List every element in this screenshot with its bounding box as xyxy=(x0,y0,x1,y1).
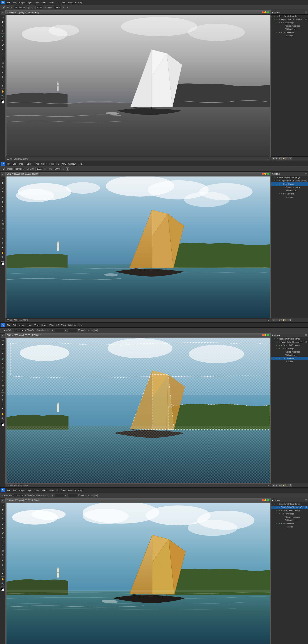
3d-btn-2[interactable]: ⊟ xyxy=(91,329,94,332)
tool-history-3[interactable]: ↩ xyxy=(0,374,5,378)
action-row-reset-2[interactable]: ✓ 👁 ▼ Reset Invert Color Range xyxy=(271,176,308,179)
action-row-colorrange-2[interactable]: ✓ 👁 ▼ Color Range xyxy=(271,182,308,186)
menu-3d-4[interactable]: 3D xyxy=(55,489,60,492)
canvas-scene-2[interactable] xyxy=(6,176,270,318)
stop-btn-2[interactable]: ■ xyxy=(272,319,275,321)
action-row-tonone-4[interactable]: · · To: none xyxy=(271,525,308,528)
record-btn-1[interactable]: ● xyxy=(275,157,278,160)
menu-file-2[interactable]: File xyxy=(6,162,11,165)
tool-quick-select-4[interactable]: ⬡ xyxy=(0,512,5,516)
max-btn-4[interactable] xyxy=(267,499,269,501)
actions-menu-3[interactable]: ☰ xyxy=(305,334,307,336)
canvas-scene-4[interactable] xyxy=(6,503,270,644)
menu-type-2[interactable]: Type xyxy=(33,162,40,165)
play-btn-3[interactable]: ▶ xyxy=(279,484,282,486)
menu-select-2[interactable]: Select xyxy=(40,162,48,165)
flow-input[interactable] xyxy=(54,6,61,10)
tool-path-select-3[interactable]: ▷ xyxy=(0,402,5,406)
action-row-withoutinvert-3[interactable]: · · Without Invert xyxy=(271,354,308,357)
menu-image-2[interactable]: Image xyxy=(18,162,26,165)
arrow-2[interactable]: ▶ xyxy=(268,319,269,321)
close-btn-3[interactable] xyxy=(262,334,264,336)
tool-type-4[interactable]: T xyxy=(0,563,5,567)
menu-window-2[interactable]: Window xyxy=(67,162,77,165)
tool-lasso[interactable]: ⬟ xyxy=(0,20,5,24)
tool-eraser-2[interactable]: ◻ xyxy=(0,218,5,222)
mode-select[interactable]: Normal xyxy=(14,6,25,10)
3d-btn-4-3[interactable]: ⊠ xyxy=(95,494,98,497)
menu-view-4[interactable]: View xyxy=(60,489,67,492)
tool-zoom[interactable]: 🔍 xyxy=(0,94,5,98)
action-row-setsel-4[interactable]: ✓ 👁 ▶ Set Selection xyxy=(271,522,308,525)
menu-3d-2[interactable]: 3D xyxy=(55,162,60,165)
action-row-tonone-3[interactable]: · · To: none xyxy=(271,360,308,363)
tool-clone-3[interactable]: ⊞ xyxy=(0,370,5,374)
y-input-4[interactable] xyxy=(68,494,77,497)
tool-zoom-3[interactable]: 🔍 xyxy=(0,416,5,420)
menu-image-4[interactable]: Image xyxy=(18,489,26,492)
play-btn-1[interactable]: ▶ xyxy=(279,157,282,160)
tool-clone-2[interactable]: ⊞ xyxy=(0,209,5,213)
tool-hand[interactable]: ✋ xyxy=(0,89,5,94)
tool-hand-2[interactable]: ✋ xyxy=(0,251,5,255)
tool-eraser-4[interactable]: ◻ xyxy=(0,544,5,548)
tool-dodge-2[interactable]: ◍ xyxy=(0,226,5,230)
menu-layer[interactable]: Layer xyxy=(26,1,33,4)
min-btn-4[interactable] xyxy=(264,499,267,501)
delete-btn-1[interactable]: 🗑 xyxy=(289,157,292,160)
delete-btn-2[interactable]: 🗑 xyxy=(289,319,292,321)
play-btn-2[interactable]: ▶ xyxy=(279,319,282,321)
bg-color-3[interactable] xyxy=(2,424,4,426)
menu-image[interactable]: Image xyxy=(18,1,26,4)
action-row-colors-4[interactable]: · · Colors: midtones xyxy=(271,516,308,519)
airbrush-btn-2[interactable]: ⊕ xyxy=(66,168,69,170)
3d-btn-4-2[interactable]: ⊟ xyxy=(91,494,94,497)
action-row-tonone-2[interactable]: · · To: none xyxy=(271,196,308,199)
tool-zoom-4[interactable]: 🔍 xyxy=(0,582,5,586)
folder-btn-2[interactable]: 📁 xyxy=(282,319,285,321)
newaction-btn-2[interactable]: + xyxy=(286,319,289,321)
opacity-input-2[interactable] xyxy=(35,167,43,171)
tool-crop-4[interactable]: ⊠ xyxy=(0,516,5,520)
tool-lasso-2[interactable]: ⬟ xyxy=(0,181,5,185)
tool-move-4[interactable]: ↖ xyxy=(0,499,5,503)
tool-eyedropper-2[interactable]: 💉 xyxy=(0,196,5,200)
tool-healing[interactable]: ⊕ xyxy=(0,38,5,43)
tool-clone-4[interactable]: ⊞ xyxy=(0,535,5,540)
tool-type-3[interactable]: T xyxy=(0,398,5,402)
newaction-btn-1[interactable]: + xyxy=(286,157,289,160)
tool-move[interactable]: ↖ xyxy=(0,11,5,15)
menu-edit-3[interactable]: Edit xyxy=(12,324,17,327)
tool-gradient[interactable]: ▤ xyxy=(0,60,5,65)
tool-type[interactable]: T xyxy=(0,75,5,79)
action-row-repair-3[interactable]: ✓ 👁 ▼ Repair-Solid-Channels-Script 2 xyxy=(271,340,308,344)
min-btn-1[interactable] xyxy=(264,11,267,14)
tool-brush-4[interactable]: 🖌 xyxy=(0,531,5,535)
action-row-reset-3[interactable]: ✓ 👁 ▼ Reset Invert Color Range xyxy=(271,337,308,340)
tool-lasso-4[interactable]: ⬟ xyxy=(0,508,5,512)
action-row-setsel-1[interactable]: ✓ 👁 ▶ Set Selection xyxy=(271,31,308,34)
tool-type-2[interactable]: T xyxy=(0,236,5,240)
x-input-4[interactable] xyxy=(55,494,64,497)
menu-layer-4[interactable]: Layer xyxy=(26,489,33,492)
tool-history-2[interactable]: ↩ xyxy=(0,213,5,217)
action-row-withoutinvert-1[interactable]: ✓ · Without Invert xyxy=(271,28,308,31)
menu-view-3[interactable]: View xyxy=(60,324,67,327)
action-row-withoutinvert-4[interactable]: · · Without Invert xyxy=(271,519,308,522)
bg-color-2[interactable] xyxy=(2,262,4,265)
action-row-setsel-3[interactable]: ✓ 👁 ▼ Set Selection xyxy=(271,357,308,360)
tool-shape-2[interactable]: ■ xyxy=(0,245,5,249)
tool-path-select-4[interactable]: ▷ xyxy=(0,567,5,572)
action-row-colors-1[interactable]: ✓ · Colors: midtones xyxy=(271,24,308,28)
menu-edit-4[interactable]: Edit xyxy=(12,489,17,492)
tool-move-3[interactable]: ↖ xyxy=(0,334,5,338)
record-btn-3[interactable]: ● xyxy=(275,484,278,486)
tool-healing-3[interactable]: ⊕ xyxy=(0,361,5,366)
menu-file-3[interactable]: File xyxy=(6,324,11,327)
tool-hand-3[interactable]: ✋ xyxy=(0,412,5,416)
menu-filter[interactable]: Filter xyxy=(48,1,55,4)
close-btn-2[interactable] xyxy=(262,173,264,175)
tool-lasso-3[interactable]: ⬟ xyxy=(0,342,5,346)
newaction-btn-3[interactable]: + xyxy=(286,484,289,486)
tool-select-rect-2[interactable]: ▭ xyxy=(0,177,5,181)
